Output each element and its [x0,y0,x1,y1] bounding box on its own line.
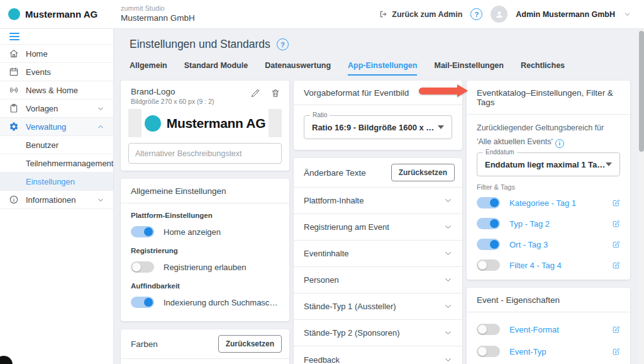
toggle-indexierung[interactable] [131,297,154,308]
tab-rechtliches[interactable]: Rechtliches [521,61,565,76]
filter-label[interactable]: Ort - Tag 3 [509,240,548,249]
property-label[interactable]: Event-Format [509,325,559,334]
toggle-event-format[interactable] [477,324,500,335]
accordion-label: Eventinhalte [304,249,349,258]
filter-label[interactable]: Typ - Tag 2 [509,219,550,229]
broadcast-icon [9,85,19,95]
colors-reset-button[interactable]: Zurücksetzen [218,335,282,353]
studio-name: Mustermann GmbH [121,13,195,24]
ratio-select-label: Ratio [310,111,330,118]
sidebar-item-informationen[interactable]: Informationen [0,191,113,209]
sidebar-item-home[interactable]: Home [0,45,113,63]
accordion-plattform-inhalte[interactable]: Plattform-Inhalte [294,188,462,214]
general-settings-card: Allgemeine Einstellungen Plattform-Einst… [121,179,289,321]
page-scrollbar-thumb[interactable] [639,31,644,152]
toggle-typ-tag2[interactable] [477,218,500,229]
edit-square-icon[interactable] [612,348,620,356]
sidebar-item-label: Einstellungen [26,177,75,186]
event-catalog-card: Eventkatalog–Einstellungen, Filter & Tag… [467,81,630,280]
edit-square-icon[interactable] [612,199,620,207]
edit-square-icon[interactable] [612,220,620,228]
property-label[interactable]: Event-Typ [509,347,547,356]
accordion-label: Plattform-Inhalte [304,196,364,205]
texts-reset-button[interactable]: Zurücksetzen [391,164,455,181]
logo-text: Mustermann AG [167,116,266,131]
group-label: Registrierung [131,247,279,254]
event-catalog-title: Eventkatalog–Einstellungen, Filter & Tag… [467,81,630,115]
colors-card-title: Farben [131,339,158,349]
edit-square-icon[interactable] [612,241,620,249]
preview-side-bar [269,109,282,137]
accordion-staende-typ-2[interactable]: Stände-Typ 2 (Sponsoren) [294,320,462,346]
filter-label[interactable]: Kategoriee - Tag 1 [509,198,576,208]
clipboard-icon [9,103,19,113]
alt-description-input[interactable] [128,143,282,164]
chevron-up-icon [96,123,106,131]
tab-mail-einstellungen[interactable]: Mail-Einstellungen [434,61,503,76]
trash-icon[interactable] [270,88,280,98]
dropdown-caret-icon [438,125,444,129]
help-icon[interactable]: ? [470,8,482,20]
filter-label[interactable]: Filter 4 - Tag 4 [509,261,562,270]
chevron-down-icon [444,356,452,364]
accordion-feedback[interactable]: Feedback [294,346,462,364]
help-glyph: ? [280,41,285,48]
chevron-down-icon [444,329,452,337]
preview-side-bar [128,109,142,137]
toggle-ort-tag3[interactable] [477,239,500,250]
studio-context: zummit Studio Mustermann GmbH [121,4,195,24]
toggle-label: Home anzeigen [164,227,221,237]
chevron-down-icon [96,196,106,204]
avatar[interactable] [491,6,508,23]
filter-row-tag3: Ort - Tag 3 [477,234,620,254]
scope-info-icon[interactable]: i [555,139,564,148]
sidebar-item-label: News & Home [26,86,78,95]
toggle-home-anzeigen[interactable] [131,226,154,237]
page-scrollbar-track[interactable] [639,29,644,364]
logo-circle-icon [145,115,161,132]
tab-standard-module[interactable]: Standard Module [184,61,248,76]
tab-datenauswertung[interactable]: Datenauswertung [265,61,331,76]
colors-card: Farben Zurücksetzen Akzent-Farbe Eventka… [121,329,289,364]
main-content: Einstellungen und Standards ? Allgemein … [114,29,644,364]
accordion-personen[interactable]: Personen [294,267,462,293]
sidebar-collapse-button[interactable] [0,29,113,45]
accordion-label: Stände-Typ 1 (Aussteller) [304,302,396,311]
editable-texts-card: Änderbare Texte Zurücksetzen Plattform-I… [294,158,462,364]
sidebar-item-benutzer[interactable]: Benutzer [0,136,113,154]
sidebar-item-verwaltung[interactable]: Verwaltung [0,118,113,136]
accordion-eventinhalte[interactable]: Eventinhalte [294,241,462,267]
edit-square-icon[interactable] [612,261,620,270]
ratio-select[interactable]: Ratio Ratio 16:9 - Bildgröße 1600 x 900 [304,115,452,139]
enddatum-select[interactable]: Enddatum Enddatum liegt maximal 1 Tag in… [477,152,620,176]
chevron-down-icon [444,223,452,231]
toggle-registrierung-erlauben[interactable] [131,261,154,273]
tab-allgemein[interactable]: Allgemein [130,61,167,76]
toggle-event-typ[interactable] [477,346,500,357]
sidebar-item-news-home[interactable]: News & Home [0,81,113,100]
filter-tags-label: Filter & Tags [477,183,620,191]
edit-icon[interactable] [250,88,260,98]
chevron-down-icon [444,249,452,258]
user-menu-name[interactable]: Admin Mustermann GmbH [516,10,615,19]
accordion-staende-typ-1[interactable]: Stände-Typ 1 (Aussteller) [294,293,462,320]
chevron-down-icon [444,276,452,284]
toggle-filter4-tag4[interactable] [477,259,500,271]
sidebar-item-vorlagen[interactable]: Vorlagen [0,100,113,118]
tab-app-einstellungen[interactable]: App-Einstellungen [348,61,417,76]
event-properties-title: Event - Eigenschaften [467,288,630,312]
back-to-admin-button[interactable]: Zurück zum Admin [379,10,462,19]
chevron-down-icon[interactable] [623,10,631,18]
accordion-label: Feedback [304,355,340,364]
accordion-registrierung-am-event[interactable]: Registrierung am Event [294,214,462,241]
sidebar-item-teilnehmermanagement[interactable]: Teilnehmermanagement [0,154,113,173]
accordion-label: Personen [304,275,339,285]
sidebar-item-einstellungen[interactable]: Einstellungen [0,173,113,191]
page-help-icon[interactable]: ? [277,38,289,50]
toggle-kategoriee-tag1[interactable] [477,197,500,208]
info-glyph: i [559,137,561,151]
brand-logo-preview: Mustermann AG [128,109,282,137]
sidebar-item-events[interactable]: Events [0,63,113,81]
accordion-label: Registrierung am Event [304,222,389,232]
edit-square-icon[interactable] [612,326,620,334]
